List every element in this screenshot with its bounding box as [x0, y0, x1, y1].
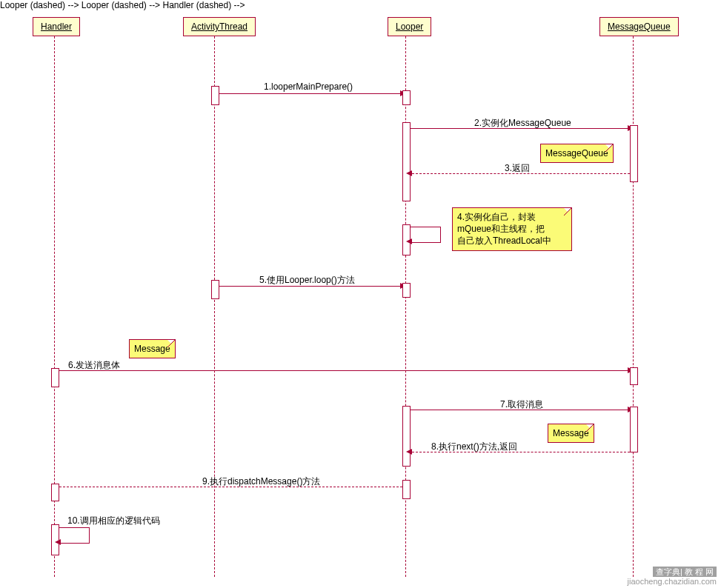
arrow-head-icon: [406, 238, 412, 244]
activation: [630, 125, 638, 182]
activation: [402, 406, 411, 467]
note-message-2: Message: [548, 424, 594, 443]
note-message-1: Message: [129, 339, 176, 358]
participant-handler: Handler: [33, 17, 80, 36]
participant-looper: Looper: [388, 17, 431, 36]
note-messagequeue: MessageQueue: [540, 144, 614, 163]
activation: [211, 86, 219, 105]
activation: [211, 280, 219, 299]
message-5: 5.使用Looper.loop()方法: [259, 274, 355, 287]
self-arrow: [411, 227, 441, 243]
arrow-return: [412, 173, 630, 174]
activation: [402, 90, 411, 105]
arrow: [411, 410, 629, 410]
arrow: [59, 370, 629, 371]
activation: [402, 122, 411, 201]
arrow-return: [412, 452, 630, 452]
arrow: [411, 128, 629, 129]
participant-messagequeue: MessageQueue: [599, 17, 679, 36]
note-step4: 4.实例化自己，封装 mQueue和主线程，把 自己放入ThreadLocal中: [452, 207, 572, 251]
arrow-head-icon: [406, 449, 412, 455]
self-arrow: [59, 527, 90, 544]
message-1: 1.looperMainPrepare(): [264, 81, 353, 92]
lifeline-messagequeue: [633, 36, 634, 577]
watermark-brand: 查字典| 教 程 网: [653, 567, 717, 577]
message-10: 10.调用相应的逻辑代码: [67, 515, 160, 527]
sequence-diagram: Handler ActivityThread Looper MessageQue…: [0, 0, 721, 588]
activation: [402, 480, 411, 499]
participant-activitythread: ActivityThread: [183, 17, 256, 36]
activation: [51, 368, 59, 387]
arrow-head-icon: [55, 539, 61, 545]
activation: [630, 407, 638, 452]
activation: [402, 283, 411, 298]
watermark: 查字典| 教 程 网 jiaocheng.chazidian.com: [628, 567, 717, 587]
arrow: [219, 93, 402, 94]
watermark-url: jiaocheng.chazidian.com: [628, 577, 717, 586]
arrow: [219, 286, 402, 287]
activation: [630, 367, 638, 385]
arrow-return: [59, 487, 402, 487]
activation: [51, 484, 59, 501]
lifeline-activitythread: [214, 36, 215, 577]
arrow-head-icon: [406, 170, 412, 176]
